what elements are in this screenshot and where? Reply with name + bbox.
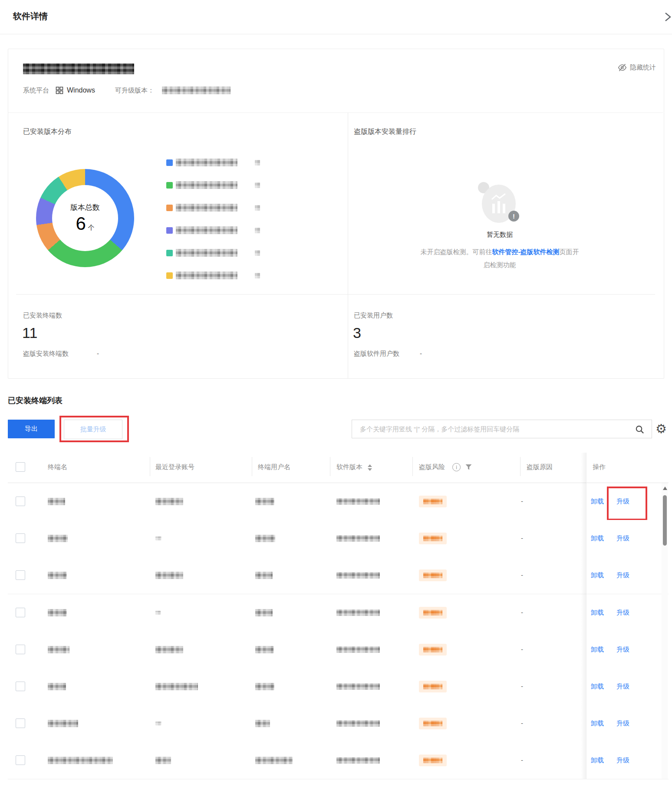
upgradable-version-censored bbox=[162, 86, 231, 94]
piracy-risk-badge bbox=[419, 681, 447, 692]
pirated-terminals-value: - bbox=[97, 350, 99, 357]
installed-users-label: 已安装用户数 bbox=[354, 311, 393, 320]
col-piracy-reason: 盗版原因 bbox=[527, 463, 553, 471]
donut-total: 6 bbox=[76, 213, 86, 234]
uninstall-link[interactable]: 卸载 bbox=[591, 497, 604, 506]
pirate-rank-title: 盗版版本安装量排行 bbox=[354, 127, 416, 136]
upgrade-link[interactable]: 升级 bbox=[616, 534, 629, 543]
software-name-censored bbox=[23, 63, 134, 74]
legend-version-censored bbox=[176, 271, 237, 279]
export-button[interactable]: 导出 bbox=[8, 420, 55, 438]
upgrade-link[interactable]: 升级 bbox=[616, 719, 629, 728]
table-row[interactable]: - 卸载 升级 bbox=[8, 594, 669, 632]
pirated-terminals-label: 盗版安装终端数 bbox=[23, 350, 69, 358]
table-row[interactable]: - 卸载 升级 bbox=[8, 483, 669, 520]
terminal-user-censored bbox=[255, 535, 275, 542]
piracy-risk-badge bbox=[419, 496, 447, 507]
terminal-user-censored bbox=[255, 498, 274, 505]
uninstall-link[interactable]: 卸载 bbox=[591, 534, 604, 543]
terminal-name-censored bbox=[48, 535, 68, 542]
row-checkbox[interactable] bbox=[16, 533, 25, 543]
filter-funnel-icon[interactable] bbox=[465, 464, 472, 470]
column-settings-gear-icon[interactable]: ⚙ bbox=[656, 420, 667, 437]
exclamation-badge-icon: ! bbox=[508, 211, 519, 222]
pirate-detect-notice: 未开启盗版检测。可前往软件管控-盗版软件检测页面开 启检测功能 bbox=[398, 245, 602, 271]
upgrade-link[interactable]: 升级 bbox=[616, 609, 629, 617]
row-checkbox[interactable] bbox=[16, 718, 25, 728]
terminal-name-censored bbox=[48, 720, 78, 727]
terminal-user-censored bbox=[255, 646, 273, 653]
legend-color-swatch bbox=[166, 227, 173, 234]
software-version-censored bbox=[336, 646, 380, 653]
upgrade-link[interactable]: 升级 bbox=[616, 756, 629, 765]
software-version-censored bbox=[336, 498, 380, 505]
eye-off-icon bbox=[618, 63, 627, 72]
pirate-detect-link[interactable]: 软件管控-盗版软件检测 bbox=[492, 248, 560, 255]
select-all-checkbox[interactable] bbox=[16, 462, 25, 472]
table-row[interactable]: - 卸载 升级 bbox=[8, 742, 669, 779]
table-row[interactable]: - 卸载 升级 bbox=[8, 557, 669, 594]
software-detail-drawer: 软件详情 隐藏统计 系统平台 Windows bbox=[0, 0, 672, 788]
batch-upgrade-button[interactable]: 批量升级 bbox=[64, 420, 122, 439]
legend-color-swatch bbox=[166, 272, 173, 279]
login-account-censored bbox=[155, 498, 183, 505]
row-checkbox[interactable] bbox=[16, 645, 25, 654]
row-checkbox[interactable] bbox=[16, 497, 25, 506]
login-account-censored bbox=[155, 722, 161, 725]
sort-icon[interactable] bbox=[368, 464, 372, 471]
table-row[interactable]: - 卸载 升级 bbox=[8, 705, 669, 742]
col-terminal-name: 终端名 bbox=[48, 463, 67, 471]
legend-count-censored bbox=[255, 228, 260, 233]
terminal-name-censored bbox=[48, 646, 69, 653]
piracy-risk-badge bbox=[419, 718, 447, 729]
row-checkbox[interactable] bbox=[16, 755, 25, 765]
windows-icon bbox=[55, 86, 64, 95]
upgrade-link[interactable]: 升级 bbox=[616, 646, 629, 654]
piracy-reason-value: - bbox=[521, 534, 523, 542]
row-checkbox[interactable] bbox=[16, 570, 25, 580]
col-piracy-risk: 盗版风险 bbox=[419, 463, 445, 471]
col-terminal-user: 终端用户名 bbox=[258, 463, 290, 471]
terminal-user-censored bbox=[255, 720, 270, 727]
table-row[interactable]: - 卸载 升级 bbox=[8, 631, 669, 669]
scrollbar-up-arrow[interactable] bbox=[663, 487, 667, 490]
piracy-risk-badge bbox=[419, 607, 447, 619]
legend-version-censored bbox=[176, 181, 237, 189]
table-scrollbar-thumb[interactable] bbox=[663, 495, 667, 546]
hide-stats-button[interactable]: 隐藏统计 bbox=[618, 63, 656, 72]
upgradable-version-label: 可升级版本： bbox=[115, 86, 154, 95]
piracy-risk-badge bbox=[419, 755, 447, 766]
login-account-censored bbox=[155, 536, 161, 540]
uninstall-link[interactable]: 卸载 bbox=[591, 719, 604, 728]
table-row[interactable]: - 卸载 升级 bbox=[8, 668, 669, 705]
terminal-name-censored bbox=[48, 498, 65, 505]
hide-stats-label: 隐藏统计 bbox=[630, 63, 656, 72]
uninstall-link[interactable]: 卸载 bbox=[591, 571, 604, 579]
uninstall-link[interactable]: 卸载 bbox=[591, 609, 604, 617]
software-version-censored bbox=[336, 535, 380, 542]
search-icon[interactable] bbox=[635, 424, 645, 434]
upgrade-link[interactable]: 升级 bbox=[616, 682, 629, 691]
terminal-name-censored bbox=[48, 757, 113, 764]
uninstall-link[interactable]: 卸载 bbox=[591, 756, 604, 765]
platform-label: 系统平台 bbox=[23, 86, 49, 95]
search-input[interactable] bbox=[359, 420, 630, 438]
uninstall-link[interactable]: 卸载 bbox=[591, 682, 604, 691]
piracy-reason-value: - bbox=[521, 497, 523, 505]
terminal-user-censored bbox=[255, 609, 273, 616]
legend-count-censored bbox=[255, 273, 260, 278]
chevron-right-icon[interactable] bbox=[664, 12, 672, 22]
upgrade-link[interactable]: 升级 bbox=[616, 571, 629, 579]
row-checkbox[interactable] bbox=[16, 682, 25, 691]
row-checkbox[interactable] bbox=[16, 608, 25, 617]
terminal-user-censored bbox=[255, 757, 293, 764]
login-account-censored bbox=[155, 611, 161, 615]
upgrade-link[interactable]: 升级 bbox=[616, 497, 629, 506]
donut-center-label: 版本总数 bbox=[70, 202, 100, 212]
pirated-users-value: - bbox=[420, 350, 422, 357]
legend-count-censored bbox=[255, 182, 260, 188]
table-row[interactable]: - 卸载 升级 bbox=[8, 520, 669, 557]
piracy-reason-value: - bbox=[521, 719, 523, 727]
uninstall-link[interactable]: 卸载 bbox=[591, 646, 604, 654]
info-icon[interactable]: i bbox=[452, 463, 461, 471]
